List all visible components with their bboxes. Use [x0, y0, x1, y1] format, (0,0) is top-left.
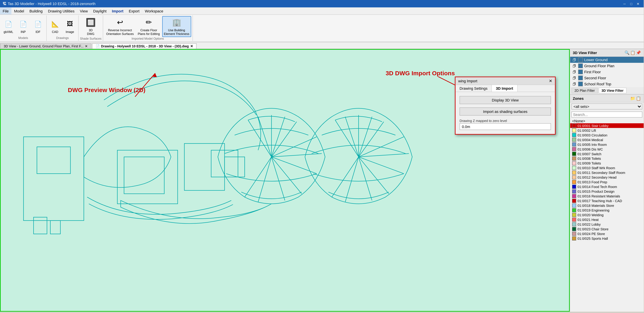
- create-floor-label: Create Floor Plans for Editing: [138, 28, 160, 36]
- import-shading-btn[interactable]: Import as shading surfaces: [460, 108, 551, 116]
- zone-item-24[interactable]: 01:0/025 Sports Hall: [570, 236, 644, 241]
- zone-item-18[interactable]: 01:0/019 Engineering: [570, 208, 644, 212]
- annotation-dwg-label: DWG Preview Window (2D): [68, 87, 145, 94]
- floor-item-lower-ground[interactable]: 🗍 Lower Ground: [570, 57, 644, 63]
- zone-item-19[interactable]: 01:0/020 Welding: [570, 212, 644, 217]
- zone-label-9: 01:0/010 Staff Wrk Room: [578, 166, 615, 170]
- dialog-tab-3d-import[interactable]: 3D Import: [492, 85, 518, 92]
- tab-drawing-close[interactable]: ✕: [190, 44, 193, 48]
- zones-search-input[interactable]: [572, 112, 642, 118]
- ribbon-btn-cad[interactable]: 📐 CAD: [48, 18, 62, 35]
- import-dialog-close-btn[interactable]: ✕: [549, 79, 552, 83]
- panel-tool-3[interactable]: 📌: [636, 50, 641, 55]
- minimize-btn[interactable]: ─: [622, 1, 628, 7]
- menu-drawing-utilities[interactable]: Drawing Utilities: [46, 8, 77, 14]
- zone-item-11[interactable]: 01:0/012 Secondary Head: [570, 175, 644, 180]
- svg-line-20: [345, 117, 359, 157]
- zone-item-15[interactable]: 01:0/016 Resistant Materials: [570, 194, 644, 198]
- image-icon: 🖼: [64, 19, 75, 30]
- svg-rect-4: [184, 144, 224, 190]
- import-dialog-title: wing Import: [458, 79, 478, 83]
- tab-3d-view[interactable]: 3D View - Lower Ground, Ground Floor Pla…: [0, 43, 91, 49]
- maximize-btn[interactable]: □: [628, 1, 634, 7]
- zone-item-17[interactable]: 01:0/018 Materials Store: [570, 203, 644, 208]
- menu-export[interactable]: Export: [126, 8, 142, 14]
- zones-set-dropdown[interactable]: <all sets>: [572, 104, 642, 110]
- zones-tool-1[interactable]: 📁: [630, 96, 635, 101]
- ribbon-btn-gbxml[interactable]: 📄 gbXML: [1, 18, 16, 35]
- ribbon-drawings-buttons: 📐 CAD 🖼 Image: [48, 16, 77, 36]
- ribbon-btn-3ddwg[interactable]: 🔲 3D DWG: [84, 16, 98, 37]
- ribbon-group-shade: 🔲 3D DWG Shade Surfaces: [79, 16, 103, 41]
- zone-label-19: 01:0/020 Welding: [578, 213, 604, 217]
- zone-color-12: [572, 180, 576, 184]
- panel-tool-2[interactable]: 📋: [630, 50, 635, 55]
- zone-item-9[interactable]: 01:0/010 Staff Wrk Room: [570, 166, 644, 170]
- zone-item-5[interactable]: 01:0/006 Dis WC: [570, 147, 644, 152]
- zone-item-8[interactable]: 01:0/009 Toilets: [570, 161, 644, 166]
- ribbon-btn-inp[interactable]: 📄 INP: [16, 18, 30, 35]
- zone-item-14[interactable]: 01:0/015 Product Design: [570, 189, 644, 194]
- zones-tool-2[interactable]: 📋: [636, 96, 641, 101]
- zone-item-0[interactable]: 01:0/001 Stair Lobby: [570, 123, 644, 128]
- z-level-input[interactable]: [460, 123, 551, 130]
- panel-tool-1[interactable]: 🔍: [624, 50, 630, 55]
- zone-item-4[interactable]: 01:0/005 Intv Room: [570, 142, 644, 147]
- ribbon-btn-reverse[interactable]: ↩ Reverse Incorrect Orientation Surfaces: [104, 16, 136, 37]
- zone-item-16[interactable]: 01:0/017 Teaching Hub - CAD: [570, 198, 644, 203]
- menu-building[interactable]: Building: [27, 8, 45, 14]
- zone-item-20[interactable]: 01:0/021 Heat: [570, 217, 644, 222]
- menu-workspace[interactable]: Workspace: [142, 8, 166, 14]
- svg-rect-32: [50, 220, 60, 234]
- menu-daylight[interactable]: Daylight: [90, 8, 109, 14]
- floor-item-ground[interactable]: 🗍 Ground Floor Plan: [570, 63, 644, 69]
- zone-item-7[interactable]: 01:0/008 Toilets: [570, 156, 644, 161]
- floor-item-first[interactable]: 🗍 First Floor: [570, 69, 644, 75]
- zone-item-12[interactable]: 01:0/013 Food Prep: [570, 180, 644, 184]
- tab-3d-view-close[interactable]: ✕: [85, 44, 88, 48]
- shade-group-label: Shade Surfaces: [80, 37, 102, 41]
- canvas-area[interactable]: DWG Preview Window (2D) 3D DWG Import Op…: [0, 49, 570, 312]
- menu-file[interactable]: File: [0, 8, 11, 14]
- zone-item-1[interactable]: 01:0/002 Lift: [570, 128, 644, 133]
- ribbon-btn-image[interactable]: 🖼 Image: [63, 18, 77, 35]
- floor-item-roof[interactable]: 🗍 School Roof Top: [570, 81, 644, 87]
- ribbon-btn-create-floor[interactable]: ✏ Create Floor Plans for Editing: [136, 16, 162, 37]
- create-floor-icon: ✏: [143, 17, 154, 28]
- vf-tab-2d[interactable]: 2D Plan Filter: [572, 88, 598, 94]
- zone-item-13[interactable]: 01:0/014 Food Tech Room: [570, 184, 644, 189]
- titlebar-controls[interactable]: ─ □ ✕: [622, 1, 641, 7]
- zone-item-2[interactable]: 01:0/003 Circulation: [570, 133, 644, 138]
- vf-tab-3d[interactable]: 3D View Filter: [598, 88, 626, 94]
- import-dialog-tabs: Drawing Settings 3D Import: [456, 85, 555, 92]
- ribbon-group-drawings: 📐 CAD 🖼 Image Drawings: [47, 16, 79, 41]
- ribbon-btn-idf[interactable]: 📄 IDF: [31, 18, 45, 35]
- svg-rect-2: [117, 150, 178, 204]
- zone-color-0: [572, 124, 576, 128]
- ribbon-btn-use-building[interactable]: 🏢 Use Building Element Thickness: [162, 16, 191, 37]
- zones-set-select[interactable]: <all sets>: [572, 104, 642, 110]
- floor-list: 🗍 Lower Ground 🗍 Ground Floor Plan 🗍 Fir…: [570, 57, 644, 87]
- dialog-tab-drawing-settings[interactable]: Drawing Settings: [456, 85, 492, 92]
- zone-item-23[interactable]: 01:0/024 PE Store: [570, 231, 644, 236]
- zone-label-6: 01:0/007 Switch: [578, 152, 601, 156]
- zone-label-2: 01:0/003 Circulation: [578, 133, 607, 137]
- zone-item-21[interactable]: 01:0/022 Lobby: [570, 222, 644, 227]
- zone-label-23: 01:0/024 PE Store: [578, 232, 605, 236]
- zone-label-10: 01:0/011 Secondary Staff Room: [578, 171, 625, 174]
- main-area: DWG Preview Window (2D) 3D DWG Import Op…: [0, 49, 644, 312]
- menu-view[interactable]: View: [77, 8, 90, 14]
- zone-item-10[interactable]: 01:0/011 Secondary Staff Room: [570, 170, 644, 175]
- zone-item-6[interactable]: 01:0/007 Switch: [570, 152, 644, 156]
- zone-color-19: [572, 213, 576, 217]
- zone-item-3[interactable]: 01:0/004 Medical: [570, 138, 644, 142]
- menu-model[interactable]: Model: [11, 8, 27, 14]
- close-btn[interactable]: ✕: [635, 1, 641, 7]
- floor-item-second[interactable]: 🗍 Second Floor: [570, 75, 644, 81]
- tab-drawing[interactable]: 📄 Drawing - Holywell 10 EDSL - 2018 - 3D…: [92, 43, 196, 49]
- floor-icon-first: 🗍: [572, 70, 577, 74]
- menu-import[interactable]: Import: [109, 8, 126, 14]
- display-3d-btn[interactable]: Display 3D View: [460, 96, 551, 104]
- zones-none-item[interactable]: <None>: [570, 118, 644, 123]
- zone-item-22[interactable]: 01:0/023 Chair Store: [570, 227, 644, 231]
